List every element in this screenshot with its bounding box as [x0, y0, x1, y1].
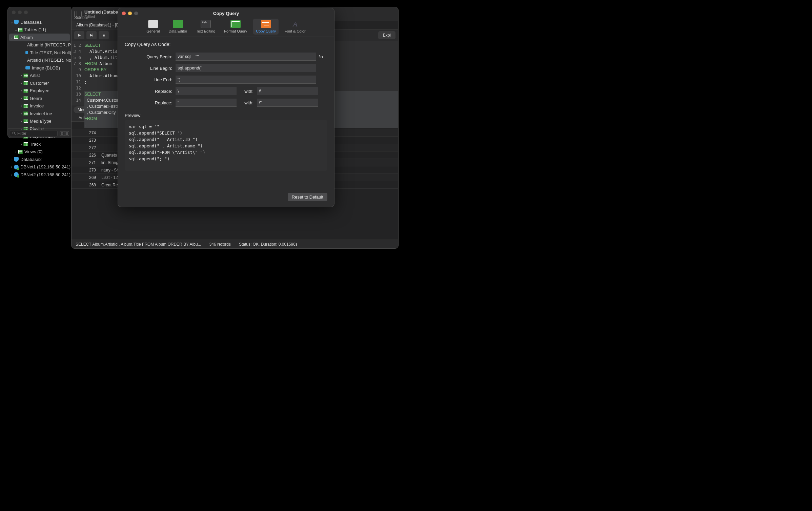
tree-column-image[interactable]: Image (BLOB)	[8, 64, 71, 72]
tree-column-artistid[interactable]: ArtistId (INTEGER, Not Null)	[8, 57, 71, 64]
input-query-begin[interactable]	[176, 53, 316, 61]
pref-tab-general[interactable]: General	[144, 19, 162, 35]
grid-view-button[interactable]: ⊞	[60, 131, 64, 136]
node-label: DBNet2 (192.168.50.241)	[20, 172, 70, 177]
tree-node-dbnet1[interactable]: ›DBNet1 (192.168.50.241)	[8, 163, 71, 171]
status-records: 346 records	[209, 242, 231, 247]
tree-node-invoice[interactable]: ›Invoice	[8, 102, 71, 110]
pref-toolbar: General Data Editor Text Editing Format …	[118, 15, 334, 37]
tree-node-mediatype[interactable]: ›MediaType	[8, 118, 71, 125]
list-view-button[interactable]: ☰	[64, 131, 69, 136]
node-label: MediaType	[30, 119, 52, 124]
chevron-right-icon: ›	[19, 119, 23, 123]
tree-node-artist[interactable]: ›Artist	[8, 72, 71, 80]
views-icon	[18, 150, 23, 154]
chevron-right-icon: ›	[10, 173, 14, 177]
sidebar-label: Sidebar	[74, 15, 88, 20]
status-bar: SELECT Album.ArtistId , Album.Title FROM…	[72, 240, 398, 248]
svg-point-0	[13, 132, 15, 134]
tree-node-customer[interactable]: ›Customer	[8, 79, 71, 87]
table-icon	[14, 35, 19, 39]
label-line-end: Line End:	[125, 77, 172, 82]
input-replace1-to[interactable]	[257, 87, 318, 95]
pref-tab-format-query[interactable]: Format Query	[221, 19, 250, 35]
pref-heading: Copy Query As Code:	[125, 42, 327, 47]
chevron-right-icon: ›	[14, 150, 18, 154]
preferences-window: Copy Query General Data Editor Text Edit…	[118, 8, 334, 207]
cell-artistid: 271	[72, 159, 99, 166]
table-icon	[23, 104, 28, 108]
sidebar-footer: Filter ⊞ ☰	[8, 128, 71, 138]
label-preview: Preview:	[125, 113, 327, 118]
copy-query-icon	[261, 20, 271, 28]
pref-tab-data-editor[interactable]: Data Editor	[166, 19, 190, 35]
tree-node-database2[interactable]: ›Database2	[8, 156, 71, 163]
text-editing-icon	[201, 20, 211, 28]
table-icon	[23, 81, 28, 85]
chevron-right-icon: ›	[19, 89, 23, 93]
node-label: Image (BLOB)	[32, 65, 60, 70]
chevron-right-icon: ›	[19, 74, 23, 77]
pref-tab-font-color[interactable]: AFont & Color	[282, 19, 308, 35]
label-with: with:	[240, 89, 253, 94]
input-line-begin[interactable]	[176, 64, 316, 72]
search-icon	[12, 131, 16, 135]
cell-artistid: 274	[72, 129, 99, 136]
traffic-light	[12, 11, 16, 14]
format-query-icon	[230, 20, 241, 28]
table-icon	[23, 142, 28, 146]
pref-tab-copy-query[interactable]: Copy Query	[253, 19, 279, 35]
node-label: Genre	[30, 96, 42, 101]
input-replace2-to[interactable]	[257, 99, 318, 107]
traffic-light	[24, 11, 28, 14]
database-icon	[14, 157, 19, 162]
table-group-icon	[18, 28, 23, 32]
chevron-right-icon: ›	[19, 81, 23, 85]
input-replace2-from[interactable]	[176, 99, 237, 107]
tree-node-album[interactable]: ⌄ Album	[9, 34, 70, 41]
cell-artistid: 269	[72, 174, 99, 181]
reset-to-default-button[interactable]: Reset to Default	[288, 193, 327, 201]
tree-node-views[interactable]: ›Views (0)	[8, 148, 71, 156]
node-label: Album	[20, 35, 33, 40]
label-replace: Replace:	[125, 89, 172, 94]
step-button[interactable]: ▶|	[86, 31, 97, 39]
tree-node-database1[interactable]: ⌄ Database1	[8, 18, 71, 26]
tree-node-tables[interactable]: ⌄ Tables (11)	[8, 26, 71, 34]
label-query-begin: Query Begin:	[125, 54, 172, 59]
node-label: Artist	[30, 73, 40, 78]
input-line-end[interactable]	[176, 76, 316, 84]
tree-node-dbnet2[interactable]: ›DBNet2 (192.168.50.241)	[8, 171, 71, 179]
table-icon	[23, 119, 28, 123]
tree-node-employee[interactable]: ›Employee	[8, 87, 71, 95]
pref-title: Copy Query	[118, 11, 334, 16]
window-buttons-disabled	[8, 7, 71, 18]
general-icon	[148, 20, 158, 28]
database-icon	[14, 20, 19, 24]
chevron-right-icon: ›	[19, 142, 23, 146]
input-replace1-from[interactable]	[176, 87, 237, 95]
chevron-right-icon: ›	[19, 97, 23, 100]
database-tree: ⌄ Database1 ⌄ Tables (11) ⌄ Album AlbumI…	[8, 18, 71, 179]
column-icon	[25, 66, 30, 69]
explain-button[interactable]: Expl	[378, 31, 395, 39]
column-icon	[25, 51, 28, 54]
pref-tab-text-editing[interactable]: Text Editing	[193, 19, 218, 35]
tree-node-invoiceline[interactable]: ›InvoiceLine	[8, 110, 71, 118]
tree-column-albumid[interactable]: AlbumId (INTEGER, PK, Not Null)	[8, 41, 71, 49]
filter-input[interactable]: Filter	[10, 130, 58, 137]
tree-node-track[interactable]: ›Track	[8, 140, 71, 148]
node-label: Invoice	[30, 103, 44, 108]
svg-line-1	[15, 134, 16, 135]
table-icon	[23, 111, 28, 116]
sidebar-panel: ⌄ Database1 ⌄ Tables (11) ⌄ Album AlbumI…	[7, 7, 71, 138]
cell-artistid: 268	[72, 181, 99, 188]
cell-artistid: 226	[72, 151, 99, 159]
label-newline: \n	[319, 54, 327, 59]
run-button[interactable]: ▶	[74, 31, 84, 39]
chevron-right-icon: ›	[10, 165, 14, 169]
stop-button[interactable]: ■	[99, 31, 109, 39]
chevron-right-icon: ›	[19, 112, 23, 116]
tree-column-title[interactable]: Title (TEXT, Not Null)	[8, 49, 71, 57]
tree-node-genre[interactable]: ›Genre	[8, 95, 71, 102]
